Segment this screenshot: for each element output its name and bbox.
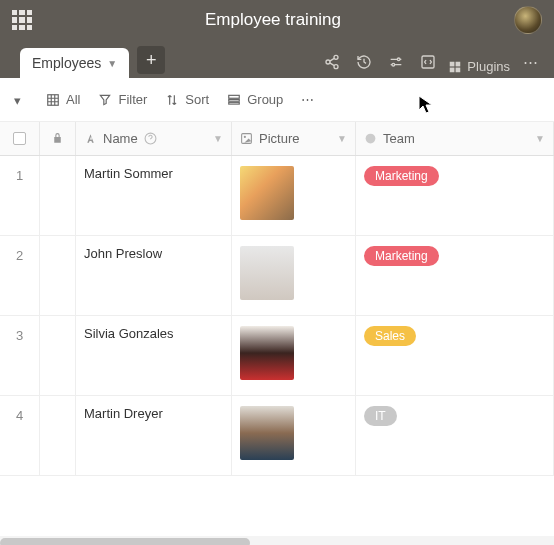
cell-picture[interactable] bbox=[232, 236, 356, 315]
row-lock-cell bbox=[40, 396, 76, 475]
cell-name[interactable]: Martin Sommer bbox=[76, 156, 232, 235]
row-number: 4 bbox=[0, 396, 40, 475]
horizontal-scrollbar[interactable] bbox=[0, 536, 554, 545]
chevron-down-icon[interactable]: ▼ bbox=[337, 133, 347, 144]
image-thumbnail[interactable] bbox=[240, 246, 294, 300]
toolbar-more-button[interactable]: ⋯ bbox=[301, 92, 314, 107]
table-row[interactable]: 2John PreslowMarketing bbox=[0, 236, 554, 316]
svg-rect-5 bbox=[422, 56, 434, 68]
chevron-down-icon[interactable]: ▼ bbox=[213, 133, 223, 144]
add-tab-button[interactable]: + bbox=[137, 46, 165, 74]
more-icon[interactable]: ⋯ bbox=[518, 50, 542, 74]
cell-name[interactable]: Silvia Gonzales bbox=[76, 316, 232, 395]
svg-rect-6 bbox=[450, 61, 455, 66]
cell-team[interactable]: IT bbox=[356, 396, 554, 475]
svg-point-2 bbox=[334, 65, 338, 69]
checkbox-icon[interactable] bbox=[13, 132, 26, 145]
svg-point-17 bbox=[366, 134, 376, 144]
table-body[interactable]: 1Martin SommerMarketing2John PreslowMark… bbox=[0, 156, 554, 536]
group-button[interactable]: Group bbox=[227, 92, 283, 107]
settings-sliders-icon[interactable] bbox=[384, 50, 408, 74]
chevron-down-icon: ▼ bbox=[107, 58, 117, 69]
svg-rect-10 bbox=[48, 94, 59, 105]
page-title: Employee training bbox=[32, 10, 514, 30]
svg-rect-7 bbox=[456, 61, 461, 66]
column-picture[interactable]: Picture ▼ bbox=[232, 122, 356, 155]
mouse-cursor-icon bbox=[418, 95, 434, 115]
row-number: 1 bbox=[0, 156, 40, 235]
svg-rect-8 bbox=[450, 67, 455, 72]
tab-label: Employees bbox=[32, 55, 101, 71]
api-icon[interactable] bbox=[416, 50, 440, 74]
image-thumbnail[interactable] bbox=[240, 406, 294, 460]
plugins-label: Plugins bbox=[467, 59, 510, 74]
share-icon[interactable] bbox=[320, 50, 344, 74]
view-all-button[interactable]: All bbox=[46, 92, 80, 107]
view-menu-button[interactable]: ▾ bbox=[14, 93, 28, 107]
select-all-cell[interactable] bbox=[0, 122, 40, 155]
app-launcher-icon[interactable] bbox=[12, 10, 32, 30]
cell-picture[interactable] bbox=[232, 316, 356, 395]
svg-rect-11 bbox=[229, 95, 240, 98]
table-row[interactable]: 4Martin DreyerIT bbox=[0, 396, 554, 476]
history-icon[interactable] bbox=[352, 50, 376, 74]
svg-rect-9 bbox=[456, 67, 461, 72]
table-row[interactable]: 3Silvia GonzalesSales bbox=[0, 316, 554, 396]
svg-point-16 bbox=[244, 136, 246, 138]
team-badge: Sales bbox=[364, 326, 416, 346]
cell-team[interactable]: Sales bbox=[356, 316, 554, 395]
svg-rect-12 bbox=[229, 99, 240, 101]
team-badge: IT bbox=[364, 406, 397, 426]
image-thumbnail[interactable] bbox=[240, 166, 294, 220]
cell-team[interactable]: Marketing bbox=[356, 236, 554, 315]
help-icon[interactable] bbox=[144, 132, 157, 145]
column-team[interactable]: Team ▼ bbox=[356, 122, 554, 155]
table-row[interactable]: 1Martin SommerMarketing bbox=[0, 156, 554, 236]
plugins-button[interactable]: Plugins bbox=[448, 59, 510, 74]
cell-name[interactable]: John Preslow bbox=[76, 236, 232, 315]
user-avatar[interactable] bbox=[514, 6, 542, 34]
row-lock-cell bbox=[40, 316, 76, 395]
row-number: 2 bbox=[0, 236, 40, 315]
row-lock-cell bbox=[40, 156, 76, 235]
sort-button[interactable]: Sort bbox=[165, 92, 209, 107]
image-thumbnail[interactable] bbox=[240, 326, 294, 380]
cell-picture[interactable] bbox=[232, 156, 356, 235]
row-lock-cell bbox=[40, 236, 76, 315]
chevron-down-icon[interactable]: ▼ bbox=[535, 133, 545, 144]
team-badge: Marketing bbox=[364, 246, 439, 266]
cell-team[interactable]: Marketing bbox=[356, 156, 554, 235]
svg-point-3 bbox=[398, 58, 401, 61]
svg-point-0 bbox=[334, 55, 338, 59]
cell-name[interactable]: Martin Dreyer bbox=[76, 396, 232, 475]
svg-point-1 bbox=[326, 60, 330, 64]
table-header: Name ▼ Picture ▼ Team ▼ bbox=[0, 122, 554, 156]
team-badge: Marketing bbox=[364, 166, 439, 186]
row-number: 3 bbox=[0, 316, 40, 395]
cell-picture[interactable] bbox=[232, 396, 356, 475]
tab-employees[interactable]: Employees ▼ bbox=[20, 48, 129, 78]
lock-column[interactable] bbox=[40, 122, 76, 155]
svg-point-4 bbox=[392, 63, 395, 66]
column-name[interactable]: Name ▼ bbox=[76, 122, 232, 155]
svg-rect-13 bbox=[229, 102, 240, 104]
filter-button[interactable]: Filter bbox=[98, 92, 147, 107]
